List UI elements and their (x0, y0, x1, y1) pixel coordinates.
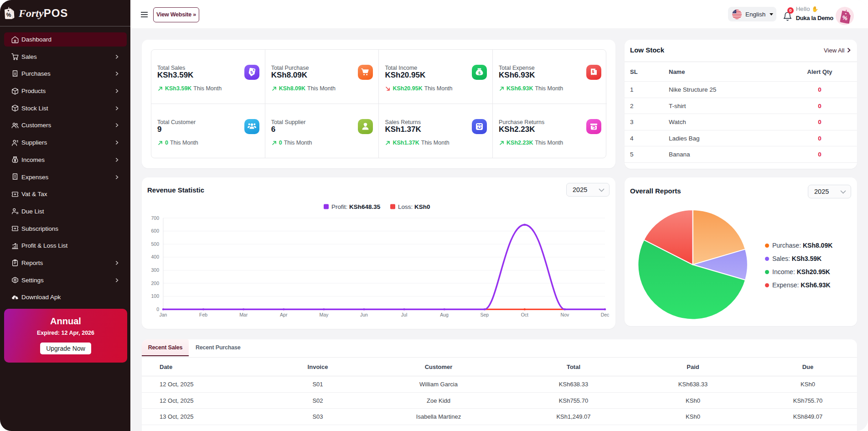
svg-text:600: 600 (151, 228, 159, 234)
svg-text:Jan: Jan (160, 312, 167, 317)
svg-text:Oct: Oct (521, 312, 528, 317)
svg-text:300: 300 (151, 267, 159, 273)
svg-text:$: $ (478, 71, 480, 75)
svg-text:200: 200 (151, 280, 159, 286)
svg-text:Loss: KSh0: Loss: KSh0 (398, 203, 430, 210)
svg-text:Jul: Jul (401, 312, 407, 317)
svg-text:Nov: Nov (561, 312, 569, 317)
svg-text:Apr: Apr (280, 312, 288, 317)
svg-text:0: 0 (156, 306, 159, 312)
svg-text:500: 500 (151, 241, 159, 247)
svg-text:Aug: Aug (440, 312, 449, 317)
svg-text:700: 700 (151, 215, 159, 221)
svg-text:%: % (6, 12, 11, 18)
svg-text:May: May (319, 312, 329, 317)
svg-text:100: 100 (151, 293, 159, 299)
svg-text:$: $ (592, 69, 594, 74)
svg-text:Dec: Dec (601, 312, 610, 317)
svg-text:Feb: Feb (199, 312, 207, 317)
svg-text:Jun: Jun (360, 312, 368, 317)
svg-text:Sep: Sep (480, 312, 489, 317)
svg-text:Mar: Mar (239, 312, 248, 317)
svg-text:400: 400 (151, 254, 159, 260)
svg-text:Profit: KSh648.35: Profit: KSh648.35 (331, 203, 381, 210)
